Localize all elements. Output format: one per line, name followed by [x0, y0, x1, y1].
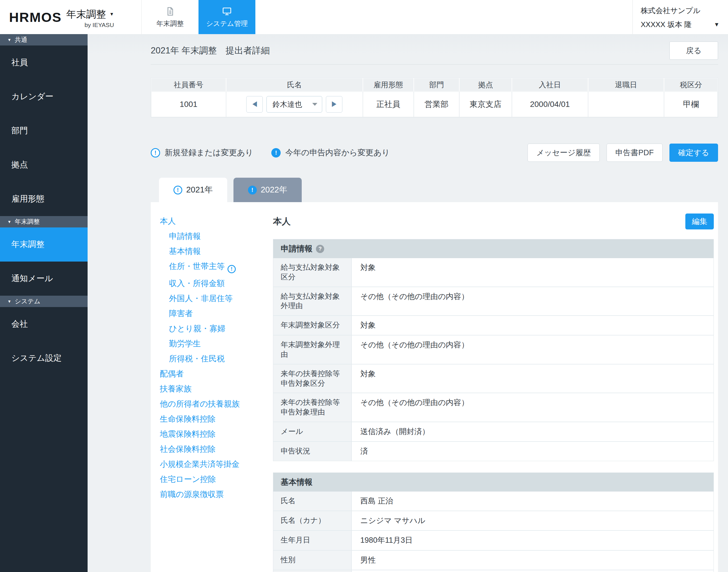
table-row: メール 送信済み（開封済） — [273, 422, 714, 441]
logo-caret-down-icon[interactable]: ▼ — [110, 12, 114, 17]
col-employment-type: 雇用形態 — [363, 78, 414, 91]
sidebar-item-system-settings[interactable]: システム設定 — [0, 341, 87, 375]
panel-nav-income-resident-tax[interactable]: 所得税・住民税 — [169, 354, 273, 364]
panel-nav-earthquake-insurance[interactable]: 地震保険料控除 — [160, 429, 273, 439]
page-head: 2021年 年末調整 提出者詳細 戻る — [151, 42, 718, 60]
panel-nav-working-student[interactable]: 勤労学生 — [169, 339, 273, 349]
panel-nav-spouse[interactable]: 配偶者 — [160, 369, 273, 379]
tax-class-cell: 甲欄 — [664, 91, 718, 117]
caret-down-icon: ▼ — [7, 299, 11, 304]
table-row: 年末調整対象区分 対象 — [273, 315, 714, 335]
sidebar-item-calendar[interactable]: カレンダー — [0, 80, 87, 114]
top-tab-nenmatsu[interactable]: 年末調整 — [142, 0, 198, 34]
year-tab-2022[interactable]: ! 2022年 — [234, 178, 302, 202]
panel-nav-life-insurance[interactable]: 生命保険料控除 — [160, 414, 273, 424]
detail-nav: 本人 申請情報 基本情報 住所・世帯主等! 収入・所得金額 外国人・非居住等 障… — [151, 202, 273, 572]
location-cell: 東京支店 — [459, 91, 512, 117]
sidebar-item-locations[interactable]: 拠点 — [0, 148, 87, 182]
panel-nav-basic-info[interactable]: 基本情報 — [169, 246, 273, 256]
panel-nav-disability[interactable]: 障害者 — [169, 309, 273, 318]
table-row: 給与支払対象対象区分 対象 — [273, 258, 714, 287]
detail-content: 本人 編集 申請情報 ? 給与支払対象対象区分 対象 給与支払対象対象外理由 そ… — [273, 202, 718, 572]
basic-info-title: 基本情報 — [273, 473, 714, 492]
logo-byline: by IEYASU — [84, 22, 114, 28]
logo-product-block: 年末調整 ▼ by IEYASU — [66, 8, 114, 28]
pdf-button[interactable]: 申告書PDF — [607, 144, 663, 162]
alert-filled-icon: ! — [271, 148, 281, 157]
table-row: 性別 男性 — [273, 550, 714, 570]
sidebar-section-system[interactable]: ▼ システム — [0, 296, 87, 307]
panel-nav-self[interactable]: 本人 — [160, 216, 273, 226]
panel-nav-income[interactable]: 収入・所得金額 — [169, 279, 273, 288]
col-name: 氏名 — [226, 78, 363, 91]
col-department: 部門 — [414, 78, 459, 91]
panel-nav-small-enterprise-mutual-aid[interactable]: 小規模企業共済等掛金 — [160, 459, 273, 469]
sidebar-item-company[interactable]: 会社 — [0, 307, 87, 341]
col-location: 拠点 — [459, 78, 512, 91]
legend-label: 今年の申告内容から変更あり — [285, 147, 390, 158]
panel-nav-foreigner[interactable]: 外国人・非居住等 — [169, 294, 273, 303]
section-title: 本人 — [273, 215, 291, 227]
table-row: 来年の扶養控除等申告対象区分 対象 — [273, 364, 714, 393]
legend-new-or-changed: ! 新規登録または変更あり — [151, 147, 253, 158]
sidebar-section-label: 共通 — [15, 35, 27, 44]
table-row: 給与支払対象対象外理由 その他（その他の理由の内容） — [273, 287, 714, 315]
year-tab-label: 2022年 — [261, 184, 287, 196]
main-content: 2021年 年末調整 提出者詳細 戻る 社員番号 氏名 雇用形態 部門 拠点 入… — [87, 34, 728, 572]
account-user: XXXXX 坂本 隆 — [641, 20, 691, 29]
sidebar-item-nencho[interactable]: 年末調整 — [0, 227, 87, 262]
sidebar-section-label: システム — [15, 297, 41, 306]
page-title: 2021年 年末調整 提出者詳細 — [151, 45, 270, 57]
sidebar-item-departments[interactable]: 部門 — [0, 114, 87, 148]
employee-table-header-row: 社員番号 氏名 雇用形態 部門 拠点 入社日 退職日 税区分 — [151, 78, 718, 91]
message-history-button[interactable]: メッセージ履歴 — [528, 144, 600, 162]
panel-nav-housing-loan[interactable]: 住宅ローン控除 — [160, 475, 273, 484]
panel-nav-previous-withholding-slip[interactable]: 前職の源泉徴収票 — [160, 490, 273, 499]
col-hire-date: 入社日 — [512, 78, 588, 91]
prev-icon: ◀ — [251, 100, 258, 109]
hrmos-logo[interactable]: HRMOS 年末調整 ▼ by IEYASU — [0, 0, 141, 34]
table-row: 申告状況 済 — [273, 441, 714, 461]
help-icon[interactable]: ? — [316, 245, 324, 253]
table-row: 来年の扶養控除等申告対象理由 その他（その他の理由の内容） — [273, 392, 714, 422]
panel-nav-address-householder[interactable]: 住所・世帯主等! — [169, 262, 273, 273]
back-button[interactable]: 戻る — [669, 42, 718, 60]
next-employee-button[interactable]: ▶ — [326, 96, 342, 113]
panel-nav-dependents[interactable]: 扶養家族 — [160, 384, 273, 394]
panel-nav-other-dependents[interactable]: 他の所得者の扶養親族 — [160, 399, 273, 409]
sidebar-section-nencho[interactable]: ▼ 年末調整 — [0, 216, 87, 227]
title-divider — [151, 64, 718, 65]
panel-nav-single-parent[interactable]: ひとり親・寡婦 — [169, 324, 273, 334]
account-menu[interactable]: 株式会社サンプル XXXXX 坂本 隆 ▼ — [633, 0, 728, 34]
employee-select[interactable]: 鈴木達也 — [266, 96, 322, 113]
edit-button[interactable]: 編集 — [685, 214, 714, 229]
prev-employee-button[interactable]: ◀ — [246, 96, 263, 113]
year-tab-2021[interactable]: ! 2021年 — [159, 178, 227, 202]
employee-no-cell: 1001 — [151, 91, 226, 117]
panel-nav-social-insurance[interactable]: 社会保険料控除 — [160, 444, 273, 454]
sidebar-item-notification-mail[interactable]: 通知メール — [0, 262, 87, 296]
sidebar-item-employment-type[interactable]: 雇用形態 — [0, 182, 87, 216]
account-caret-down-icon[interactable]: ▼ — [714, 21, 720, 28]
confirm-button[interactable]: 確定する — [669, 144, 718, 162]
table-row: 年末調整対象外理由 その他（その他の理由の内容） — [273, 335, 714, 364]
table-row: 氏名 西島 正治 — [273, 492, 714, 511]
sidebar-section-common[interactable]: ▼ 共通 — [0, 34, 87, 46]
next-icon: ▶ — [331, 100, 338, 109]
sidebar-item-employees[interactable]: 社員 — [0, 46, 87, 80]
table-row: 入社日 2001/04/02 — [273, 570, 714, 572]
top-bar: HRMOS 年末調整 ▼ by IEYASU 年末調整 システム管理 株式会社サ… — [0, 0, 728, 34]
employee-summary-table: 社員番号 氏名 雇用形態 部門 拠点 入社日 退職日 税区分 1001 — [151, 78, 718, 118]
monitor-icon — [221, 6, 232, 16]
section-head: 本人 編集 — [273, 214, 714, 229]
top-tab-system-admin[interactable]: システム管理 — [198, 0, 255, 34]
panel-nav-application-info[interactable]: 申請情報 — [169, 231, 273, 241]
alert-outline-icon: ! — [174, 186, 182, 195]
alert-outline-icon: ! — [151, 148, 160, 157]
sidebar: ▼ 共通 社員 カレンダー 部門 拠点 雇用形態 ▼ 年末調整 年末調整 通知メ… — [0, 34, 87, 572]
employee-select-value: 鈴木達也 — [272, 99, 302, 110]
logo-brand: HRMOS — [9, 9, 62, 25]
table-row: 氏名（カナ） ニシジマ マサハル — [273, 511, 714, 530]
logo-product: 年末調整 — [66, 8, 106, 21]
col-retire-date: 退職日 — [588, 78, 664, 91]
